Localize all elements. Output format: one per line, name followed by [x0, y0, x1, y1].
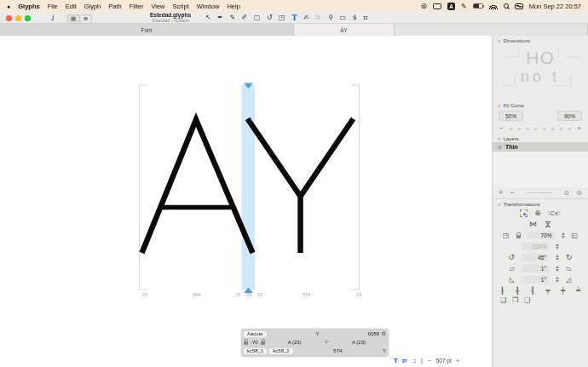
knife-tool[interactable]: ✐: [242, 14, 248, 21]
skew-left-icon[interactable]: ◺: [510, 277, 515, 284]
rotate-stepper[interactable]: [556, 255, 559, 261]
menu-item-path[interactable]: Path: [108, 3, 121, 10]
zoom-in-button[interactable]: +: [456, 357, 460, 364]
fit-curve-min-button[interactable]: 50%: [499, 111, 523, 121]
kerning-selection-bar[interactable]: [242, 85, 256, 290]
wifi-icon[interactable]: [489, 3, 498, 9]
writing-direction-ltr-icon[interactable]: T: [394, 358, 398, 364]
scale-down-icon[interactable]: ◳: [503, 232, 510, 239]
layer-options-icon[interactable]: ⊙: [564, 190, 570, 197]
slant-left-icon[interactable]: ▱: [510, 266, 515, 272]
left-sidebearing-field[interactable]: A (23): [268, 340, 322, 345]
metrics-lock-icon[interactable]: [261, 341, 265, 345]
flip-horizontal-icon[interactable]: ⋈: [529, 221, 537, 228]
pencil-status-icon[interactable]: ✎: [461, 3, 467, 10]
align-bottom-icon[interactable]: ┷: [576, 288, 580, 295]
zoom-window-button[interactable]: [25, 15, 31, 21]
fit-curve-step-dot[interactable]: [560, 128, 562, 130]
rotate-ccw-icon[interactable]: ↺: [508, 254, 515, 261]
rotate-value-field[interactable]: 45°: [522, 254, 549, 261]
zoom-value[interactable]: 507 pt: [436, 358, 452, 364]
fit-curve-step-dot[interactable]: [527, 128, 529, 130]
transformations-section-header[interactable]: ∨ Transformations: [493, 199, 588, 208]
fit-curve-step-dot[interactable]: [534, 128, 537, 130]
close-window-button[interactable]: [6, 15, 12, 21]
scale-secondary-field[interactable]: 100%: [522, 243, 549, 250]
fit-curve-step-dot[interactable]: [568, 128, 571, 130]
pi-tool[interactable]: π: [363, 14, 367, 21]
pen-tool[interactable]: ✒: [217, 14, 223, 21]
pencil-tool[interactable]: ✎: [229, 14, 235, 21]
first-glyph-name[interactable]: Aacute: [244, 331, 267, 337]
zoom-out-button[interactable]: −: [428, 357, 432, 364]
layer-collapse-icon[interactable]: ⊖: [576, 190, 582, 197]
glyph-y-outline[interactable]: [248, 119, 354, 254]
menu-bar-clock[interactable]: Mon Sep 22 20:57: [529, 3, 581, 10]
kern-lock-icon[interactable]: [244, 341, 248, 345]
transform-background-toggle[interactable]: ∶Cx∶: [548, 209, 561, 217]
menu-item-window[interactable]: Window: [197, 3, 220, 10]
annotation-tool[interactable]: ✍: [303, 14, 309, 21]
battery-icon[interactable]: [473, 3, 483, 9]
fit-curve-max-button[interactable]: 90%: [557, 111, 582, 121]
scale-up-icon[interactable]: ◱: [572, 232, 579, 239]
edit-canvas[interactable]: 23 564 23 -70 23 574 23: [0, 36, 492, 367]
skew-value-field[interactable]: 1°: [522, 276, 549, 284]
align-right-icon[interactable]: ┨: [531, 288, 535, 295]
input-source-icon[interactable]: A: [447, 3, 455, 10]
scale-stepper[interactable]: [562, 232, 565, 238]
writing-direction-vertical-icon[interactable]: ⊐: [412, 358, 417, 364]
kern-value-field[interactable]: -70: [251, 340, 258, 345]
gear-icon[interactable]: ⚙: [381, 330, 386, 337]
rotate-tool[interactable]: ↺: [267, 14, 273, 21]
apple-logo-icon[interactable]: ●: [7, 3, 10, 9]
control-center-icon[interactable]: [515, 3, 523, 9]
minimize-window-button[interactable]: [15, 15, 21, 21]
second-kern-group[interactable]: kc58_2: [269, 348, 292, 354]
align-center-horizontal-icon[interactable]: ╂: [516, 288, 520, 295]
glyph-width-field[interactable]: 574: [296, 348, 380, 353]
subtract-icon[interactable]: ❐: [512, 297, 518, 304]
display-icon[interactable]: [433, 3, 441, 9]
hand-tool[interactable]: ☞: [316, 14, 322, 21]
menu-item-glyphs[interactable]: Glyphs: [18, 3, 39, 10]
flip-vertical-icon[interactable]: ⋈: [544, 221, 551, 228]
tab-edit-ay[interactable]: ÁY: [294, 24, 395, 36]
tab-font[interactable]: Font: [0, 24, 294, 36]
right-kern-group[interactable]: Y: [383, 348, 386, 353]
menu-item-edit[interactable]: Edit: [66, 3, 77, 10]
layers-section-header[interactable]: ∨ Layers: [493, 134, 588, 142]
fit-curve-step-dot[interactable]: [551, 128, 554, 130]
menu-item-file[interactable]: File: [48, 3, 58, 10]
menu-item-script[interactable]: Script: [173, 3, 189, 10]
align-left-icon[interactable]: ┠: [500, 288, 504, 295]
record-circle-icon[interactable]: ⊚: [420, 2, 427, 10]
align-top-icon[interactable]: ┯: [545, 288, 550, 295]
scale-lock-icon[interactable]: [516, 235, 521, 238]
shapes-tool[interactable]: ▢: [254, 14, 261, 21]
align-center-vertical-icon[interactable]: ┿: [561, 288, 565, 295]
list-view-button[interactable]: ≣: [79, 15, 91, 23]
spotlight-search-icon[interactable]: [504, 3, 509, 9]
spacing-toggle-icon[interactable]: ∥: [421, 358, 424, 364]
remove-layer-button[interactable]: −: [510, 189, 514, 197]
fit-curve-minus-button[interactable]: −: [499, 125, 504, 132]
first-kern-group[interactable]: kc58_1: [244, 348, 267, 354]
font-info-button[interactable]: i: [51, 14, 54, 22]
skew-right-icon[interactable]: ◿: [566, 277, 571, 284]
add-layer-button[interactable]: +: [499, 189, 503, 197]
transform-origin-selector[interactable]: [520, 209, 527, 217]
menu-item-help[interactable]: Help: [227, 3, 239, 10]
glyph-aacute-outline[interactable]: [142, 120, 253, 254]
slant-stepper[interactable]: [556, 266, 559, 272]
fit-curve-plus-button[interactable]: +: [577, 125, 581, 132]
union-icon[interactable]: ❏: [500, 297, 506, 304]
kerning-toggle-icon[interactable]: ⇄: [402, 358, 407, 364]
select-tool[interactable]: ↖: [205, 14, 211, 21]
reference-point-icon[interactable]: ⊕: [534, 209, 541, 217]
fit-curve-step-dot[interactable]: [518, 128, 521, 130]
eye-icon[interactable]: ⊙: [498, 144, 502, 150]
menu-item-glyph[interactable]: Glyph: [84, 3, 101, 10]
slant-value-field[interactable]: 1°: [522, 265, 549, 272]
right-sidebearing-field[interactable]: A (23): [331, 340, 386, 345]
